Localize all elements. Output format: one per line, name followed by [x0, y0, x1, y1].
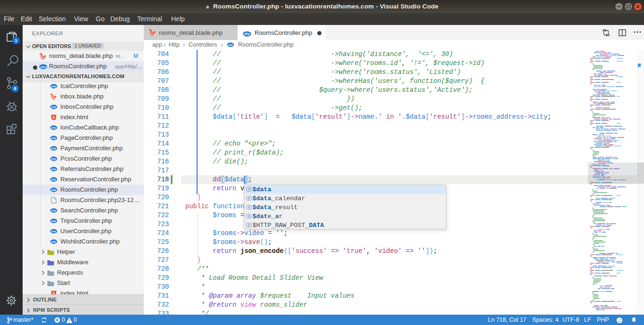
svg-text:php: php — [40, 65, 46, 68]
svg-text:php: php — [51, 188, 57, 191]
svg-text:php: php — [228, 43, 233, 46]
svg-text:php: php — [51, 147, 57, 150]
svg-text:php: php — [51, 157, 57, 160]
svg-text:php: php — [244, 32, 250, 36]
svg-text:php: php — [51, 240, 57, 243]
svg-text:php: php — [51, 168, 57, 171]
svg-text:php: php — [51, 230, 57, 233]
svg-text:php: php — [51, 209, 57, 212]
svg-text:php: php — [51, 137, 57, 139]
svg-text:php: php — [51, 219, 57, 222]
svg-text:php: php — [51, 126, 57, 129]
svg-text:php: php — [51, 106, 57, 108]
svg-text:php: php — [51, 178, 57, 181]
svg-text:5: 5 — [53, 115, 55, 120]
svg-text:php: php — [51, 85, 57, 88]
